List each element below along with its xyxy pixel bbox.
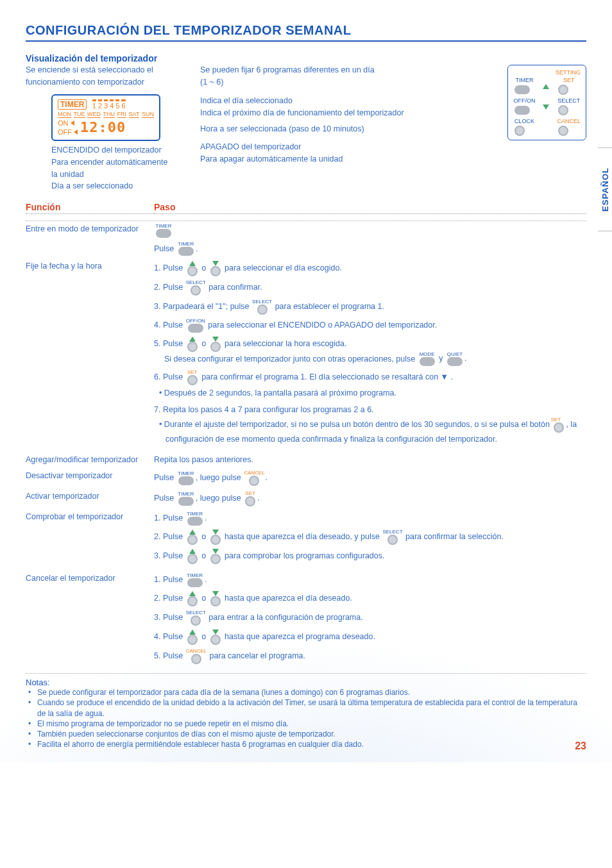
note-item: Se puede configurar el temporizador para… <box>35 687 586 697</box>
row-add-modify: Agregar/modificar temporizador Repita lo… <box>26 455 586 465</box>
cancel-button-icon <box>191 654 201 664</box>
step6-bullet: • Después de 2 segundos, la pantalla pas… <box>154 387 586 399</box>
remote-select-label: SELECT <box>557 97 581 104</box>
select-button-icon <box>257 305 268 315</box>
remote-cancel-label: CANCEL <box>557 118 581 124</box>
select-button-icon <box>558 105 568 115</box>
callout-programs-range: (1 ~ 6) <box>200 77 487 88</box>
row-set-date-time: Fije la fecha y la hora 1. Pulse o para … <box>26 261 586 449</box>
fn-set-date: Fije la fecha y la hora <box>26 261 154 449</box>
callout-on-2: Para encender automáticamente <box>51 157 192 168</box>
down-button-icon <box>210 554 221 564</box>
note-item: Cuando se produce el encendido de la uni… <box>35 697 586 718</box>
page-root: CONFIGURACIÓN DEL TEMPORIZADOR SEMANAL V… <box>0 0 612 762</box>
remote-clock-label: CLOCK <box>513 118 535 124</box>
display-on-label: ON <box>58 119 78 127</box>
cancel-button-icon <box>558 126 568 136</box>
display-days: MON TUE WED THU FRI SAT SUN <box>58 111 154 118</box>
timer-button-icon <box>178 497 194 506</box>
down-arrow-icon <box>543 104 549 110</box>
up-arrow-icon <box>189 591 196 596</box>
fn3-step: Repita los pasos anteriores. <box>154 455 586 465</box>
display-time: 12:00 <box>80 119 126 135</box>
remote-set-label: SET <box>557 77 581 83</box>
separator <box>26 673 586 674</box>
set-button-icon <box>558 85 568 95</box>
mode-button-icon <box>420 357 435 366</box>
callout-day-pick: Día a ser seleccionado <box>51 181 192 192</box>
down-arrow-icon <box>212 261 219 266</box>
up-arrow-icon <box>189 549 196 554</box>
callout-day-selected: Indica el día seleccionado <box>200 96 487 106</box>
remote-setting-label: SETTING <box>513 69 581 76</box>
up-arrow-icon <box>189 337 196 342</box>
fn-disable: Desactivar temporizador <box>26 471 154 486</box>
fn-enter-timer: Entre en modo de temporizador <box>26 224 154 256</box>
remote-diagram: SETTING TIMER SET OFF/ON SELECT CLOCK CA… <box>507 65 586 140</box>
column-header-function: Función <box>26 202 154 214</box>
page-title: CONFIGURACIÓN DEL TEMPORIZADOR SEMANAL <box>26 23 586 42</box>
remote-offon-label: OFF/ON <box>513 97 535 104</box>
timer-button-icon <box>156 229 171 238</box>
callout-on-3: la unidad <box>51 169 192 180</box>
callout-next-day: Indica el próximo día de funcionamiento … <box>200 108 487 119</box>
visualization-heading: Visualización del temporizador <box>26 53 586 63</box>
up-button-icon <box>187 635 198 645</box>
callout-off: APAGADO del temporizador <box>200 142 487 153</box>
up-arrow-icon <box>189 630 196 635</box>
up-button-icon <box>187 342 198 352</box>
up-button-icon <box>187 266 198 276</box>
display-off-label: OFF <box>58 128 78 136</box>
down-arrow-icon <box>212 337 219 342</box>
up-arrow-icon <box>189 261 196 266</box>
notes-list: Se puede configurar el temporizador para… <box>26 687 586 749</box>
down-arrow-icon <box>212 591 219 596</box>
timer-button-icon <box>178 247 194 256</box>
down-button-icon <box>210 535 221 545</box>
note-item: Facilita el ahorro de energía permitiénd… <box>35 739 586 749</box>
quiet-button-icon <box>447 357 463 366</box>
set-button-icon <box>554 422 564 433</box>
down-button-icon <box>210 596 221 606</box>
select-button-icon <box>191 285 201 296</box>
up-arrow-icon <box>189 530 196 535</box>
set-button-icon <box>245 496 255 506</box>
down-arrow-icon <box>212 530 219 535</box>
page-number: 23 <box>575 740 586 752</box>
up-button-icon <box>187 554 198 564</box>
select-button-icon <box>191 615 201 626</box>
up-button-icon <box>187 596 198 606</box>
down-button-icon <box>210 342 221 352</box>
fn-enable: Activar temporizador <box>26 491 154 506</box>
clock-button-icon <box>514 126 525 136</box>
notes-heading: Notas: <box>26 678 586 687</box>
language-tab: ESPAÑOL <box>598 147 612 231</box>
fn-cancel: Cancelar el temporizador <box>26 573 154 668</box>
row-cancel-timer: Cancelar el temporizador 1. Pulse TIMER.… <box>26 573 586 668</box>
timer-display: TIMER 1 2 3 4 5 6 MON <box>51 94 160 141</box>
visualization-block: Visualización del temporizador Se encien… <box>26 53 586 193</box>
note-item: También pueden seleccionarse conjuntos d… <box>35 729 586 739</box>
callout-off-2: Para apagar automáticamente la unidad <box>200 154 487 165</box>
triangle-left-icon <box>71 121 74 126</box>
down-button-icon <box>210 635 221 645</box>
offon-button-icon <box>514 106 530 115</box>
column-header-step: Paso <box>154 202 586 214</box>
down-button-icon <box>210 266 221 276</box>
fn-check: Comprobar el temporizador <box>26 512 154 568</box>
fn-add-modify: Agregar/modificar temporizador <box>26 455 154 465</box>
timer-button-icon <box>187 517 203 526</box>
display-program-numbers: 1 2 3 4 5 6 <box>92 99 126 110</box>
display-timer-label: TIMER <box>58 99 87 110</box>
down-arrow-icon <box>212 630 219 635</box>
up-button-icon <box>187 535 198 545</box>
select-button-icon <box>387 535 398 545</box>
row-disable-timer: Desactivar temporizador Pulse TIMER, lue… <box>26 471 586 486</box>
timer-button-icon <box>187 578 203 587</box>
timer-button-icon <box>178 476 194 485</box>
triangle-left-icon <box>74 129 78 135</box>
note-item: El mismo programa de temporizador no se … <box>35 719 586 729</box>
remote-timer-label: TIMER <box>513 77 535 83</box>
separator <box>26 221 586 221</box>
row-enable-timer: Activar temporizador Pulse TIMER, luego … <box>26 491 586 506</box>
